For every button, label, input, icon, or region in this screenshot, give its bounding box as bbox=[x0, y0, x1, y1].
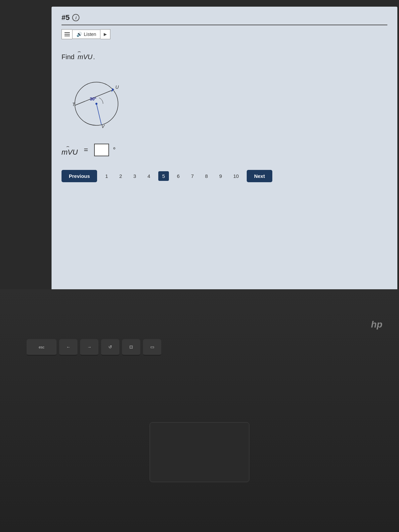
previous-button[interactable]: Previous bbox=[62, 170, 97, 182]
mvU-text: mVU bbox=[62, 148, 78, 156]
answer-input[interactable] bbox=[94, 144, 109, 156]
navigation-bar: Previous 1 2 3 4 5 6 7 8 9 10 Next bbox=[62, 170, 387, 182]
esc-key[interactable]: esc bbox=[27, 339, 57, 356]
answer-label: ⌢ mVU bbox=[62, 143, 78, 157]
trackpad[interactable] bbox=[150, 422, 249, 482]
period: . bbox=[93, 53, 95, 61]
svg-text:T: T bbox=[72, 102, 75, 107]
page-3[interactable]: 3 bbox=[130, 171, 139, 181]
menu-line bbox=[65, 36, 70, 36]
toolbar: 🔊 Listen ▶ bbox=[62, 29, 387, 39]
question-text: Find ⌢ mVU . bbox=[62, 49, 387, 61]
answer-area: ⌢ mVU = ° bbox=[62, 143, 387, 157]
next-button[interactable]: Next bbox=[247, 170, 272, 182]
screen: #5 i 🔊 Listen ▶ Find bbox=[52, 7, 397, 296]
laptop-shell: #5 i 🔊 Listen ▶ Find bbox=[0, 0, 399, 532]
circle-diagram: 30° T U V bbox=[65, 69, 387, 133]
info-icon[interactable]: i bbox=[72, 14, 79, 21]
speaker-icon: 🔊 bbox=[76, 32, 82, 37]
mvU-with-arc: ⌢ mVU bbox=[62, 143, 78, 157]
page-9[interactable]: 9 bbox=[216, 171, 225, 181]
refresh-key[interactable]: ↺ bbox=[101, 339, 119, 356]
laptop-body: hp esc ← → ↺ ⊡ ▭ bbox=[0, 289, 399, 532]
page-5[interactable]: 5 bbox=[158, 171, 169, 181]
back-key[interactable]: ← bbox=[59, 339, 77, 356]
keyboard-row-1: esc ← → ↺ ⊡ ▭ bbox=[27, 339, 161, 356]
page-1[interactable]: 1 bbox=[102, 171, 111, 181]
listen-button[interactable]: 🔊 Listen bbox=[72, 30, 100, 39]
question-header: #5 i bbox=[62, 13, 387, 25]
listen-label: Listen bbox=[84, 32, 96, 37]
degree-symbol: ° bbox=[113, 146, 116, 154]
play-button[interactable]: ▶ bbox=[100, 29, 110, 39]
svg-text:U: U bbox=[115, 84, 119, 90]
arc-expression: ⌢ mVU bbox=[77, 49, 92, 61]
question-number: #5 bbox=[62, 13, 69, 22]
play-icon: ▶ bbox=[104, 32, 107, 37]
svg-text:V: V bbox=[101, 124, 105, 129]
keyboard: esc ← → ↺ ⊡ ▭ bbox=[27, 339, 161, 356]
geometry-svg: 30° T U V bbox=[65, 69, 131, 132]
screen-content: #5 i 🔊 Listen ▶ Find bbox=[52, 7, 397, 296]
menu-line bbox=[65, 34, 70, 35]
menu-line bbox=[65, 32, 70, 33]
window-key[interactable]: ▭ bbox=[143, 339, 161, 356]
page-7[interactable]: 7 bbox=[188, 171, 197, 181]
page-2[interactable]: 2 bbox=[116, 171, 125, 181]
screenshot-key[interactable]: ⊡ bbox=[122, 339, 140, 356]
svg-line-3 bbox=[96, 104, 101, 125]
svg-text:30°: 30° bbox=[90, 96, 96, 101]
menu-button[interactable] bbox=[62, 29, 72, 39]
hp-logo: hp bbox=[371, 319, 382, 332]
forward-key[interactable]: → bbox=[80, 339, 98, 356]
page-10[interactable]: 10 bbox=[230, 171, 242, 181]
page-6[interactable]: 6 bbox=[174, 171, 183, 181]
page-8[interactable]: 8 bbox=[202, 171, 211, 181]
page-4[interactable]: 4 bbox=[144, 171, 153, 181]
find-word: Find bbox=[62, 53, 74, 61]
equals-sign: = bbox=[84, 146, 88, 154]
